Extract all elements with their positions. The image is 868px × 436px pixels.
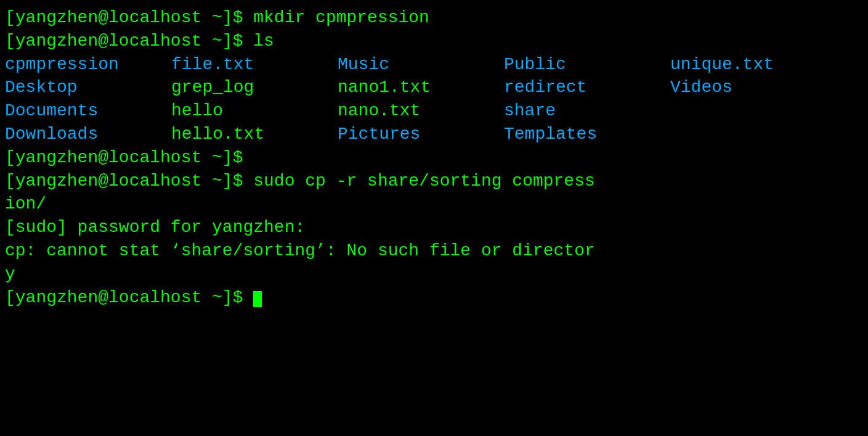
ls-item-hellotxt: hello.txt bbox=[171, 123, 338, 146]
cmd-continuation: ion/ bbox=[5, 194, 46, 213]
cmd-sudo: sudo cp -r share/sorting compress bbox=[253, 171, 595, 191]
terminal-line-sudo-prompt: [sudo] password for yangzhen: bbox=[5, 216, 863, 239]
prompt-final: [yangzhen@localhost ~]$ bbox=[5, 288, 253, 307]
terminal-line-error2: y bbox=[5, 263, 863, 286]
ls-item-nanotxt: nano.txt bbox=[338, 99, 504, 123]
terminal-line-empty: [yangzhen@localhost ~]$ bbox=[5, 146, 863, 170]
terminal-line-sudo: [yangzhen@localhost ~]$ sudo cp -r share… bbox=[5, 170, 863, 193]
ls-item-share: share bbox=[504, 99, 670, 123]
ls-item-videos: Videos bbox=[670, 76, 837, 99]
terminal-line-1: [yangzhen@localhost ~]$ mkdir cpmpressio… bbox=[5, 6, 863, 30]
ls-row-1: cpmpression file.txt Music Public unique… bbox=[5, 53, 863, 76]
prompt-2: [yangzhen@localhost ~]$ bbox=[5, 31, 253, 51]
prompt-sudo: [yangzhen@localhost ~]$ bbox=[5, 171, 253, 191]
terminal-line-error1: cp: cannot stat ‘share/sorting’: No such… bbox=[5, 239, 863, 263]
ls-item-documents: Documents bbox=[5, 99, 171, 123]
cursor-block bbox=[253, 291, 262, 307]
ls-row-2: Desktop grep_log nano1.txt redirect Vide… bbox=[5, 76, 863, 99]
terminal-line-final: [yangzhen@localhost ~]$ bbox=[5, 286, 863, 310]
ls-row-4: Downloads hello.txt Pictures Templates bbox=[5, 123, 863, 146]
ls-item-desktop: Desktop bbox=[5, 76, 171, 99]
terminal[interactable]: [yangzhen@localhost ~]$ mkdir cpmpressio… bbox=[5, 6, 863, 430]
ls-item-empty4 bbox=[670, 123, 837, 146]
ls-item-downloads: Downloads bbox=[5, 123, 171, 146]
prompt-empty: [yangzhen@localhost ~]$ bbox=[5, 148, 253, 167]
ls-item-public: Public bbox=[504, 53, 670, 76]
ls-item-uniquetxt: unique.txt bbox=[670, 53, 837, 76]
ls-item-filetxt: file.txt bbox=[171, 53, 338, 76]
ls-item-nano1txt: nano1.txt bbox=[338, 76, 504, 99]
ls-item-templates: Templates bbox=[504, 123, 670, 146]
ls-item-pictures: Pictures bbox=[338, 123, 504, 146]
ls-item-hello: hello bbox=[171, 99, 338, 123]
terminal-line-2: [yangzhen@localhost ~]$ ls bbox=[5, 30, 863, 53]
ls-item-music: Music bbox=[338, 53, 504, 76]
cmd-2: ls bbox=[253, 31, 274, 51]
ls-item-empty3 bbox=[670, 99, 837, 123]
ls-item-cpmpression: cpmpression bbox=[5, 53, 171, 76]
ls-item-redirect: redirect bbox=[504, 76, 670, 99]
ls-row-3: Documents hello nano.txt share bbox=[5, 99, 863, 123]
prompt-1: [yangzhen@localhost ~]$ bbox=[5, 8, 253, 27]
ls-item-greplog: grep_log bbox=[171, 76, 338, 99]
cmd-1: mkdir cpmpression bbox=[253, 8, 429, 27]
terminal-line-continuation: ion/ bbox=[5, 192, 863, 216]
